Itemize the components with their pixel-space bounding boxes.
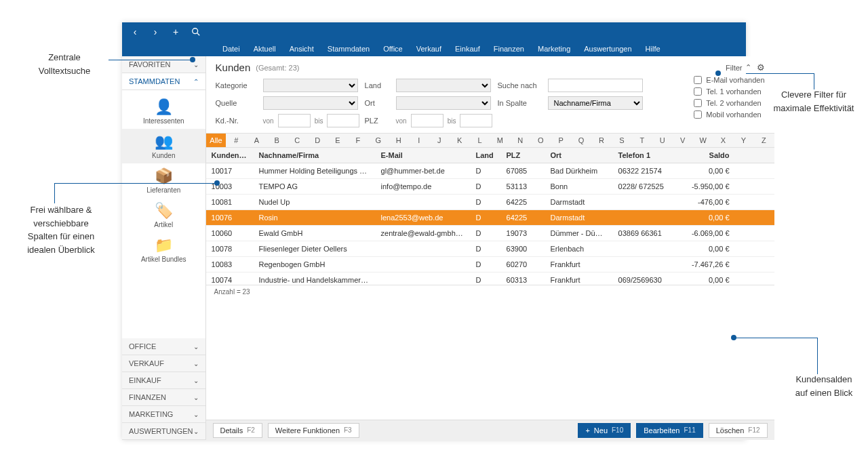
- chevron-up-icon: ⌃: [193, 78, 199, 85]
- sidebar-section-einkauf[interactable]: EINKAUF⌄: [122, 372, 205, 389]
- table-row[interactable]: 10081Nudel UpD64225Darmstadt-476,00 €: [206, 195, 774, 210]
- column-header[interactable]: Ort: [545, 148, 613, 163]
- sidebar-section-marketing[interactable]: MARKETING⌄: [122, 406, 205, 423]
- alpha-#[interactable]: #: [226, 134, 246, 147]
- menu-auswertungen[interactable]: Auswertungen: [584, 45, 631, 53]
- table-row[interactable]: 10003TEMPO AGinfo@tempo.deD53113Bonn0228…: [206, 179, 774, 195]
- search-input[interactable]: [548, 79, 643, 92]
- gear-icon[interactable]: ⚙: [757, 62, 765, 73]
- alpha-h[interactable]: H: [389, 134, 409, 147]
- alpha-k[interactable]: K: [450, 134, 470, 147]
- svg-point-0: [193, 28, 198, 34]
- alpha-z[interactable]: Z: [753, 134, 774, 147]
- check-e-mail-vorhanden[interactable]: E-Mail vorhanden: [694, 76, 764, 84]
- forward-button[interactable]: ›: [148, 24, 163, 39]
- column-header[interactable]: Nachname/Firma: [254, 148, 376, 163]
- delete-button[interactable]: LöschenF12: [709, 423, 768, 438]
- menu-stammdaten[interactable]: Stammdaten: [328, 45, 370, 53]
- menu-datei[interactable]: Datei: [222, 45, 240, 53]
- column-header[interactable]: Kunden-Nr.: [206, 148, 254, 163]
- inspalte-select[interactable]: Nachname/Firma: [548, 96, 643, 110]
- filter-toggle[interactable]: Filter ⌃: [726, 63, 751, 72]
- edit-button[interactable]: BearbeitenF11: [636, 423, 703, 438]
- menu-finanzen[interactable]: Finanzen: [494, 45, 524, 53]
- land-select[interactable]: [396, 79, 491, 92]
- sidebar-section-finanzen[interactable]: FINANZEN⌄: [122, 389, 205, 406]
- back-button[interactable]: ‹: [127, 24, 142, 39]
- column-header[interactable]: Land: [471, 148, 501, 163]
- sidebar-section-favoriten[interactable]: FAVORITEN ⌄: [122, 56, 205, 73]
- alpha-d[interactable]: D: [307, 134, 328, 147]
- menu-aktuell[interactable]: Aktuell: [254, 45, 276, 53]
- alpha-j[interactable]: J: [429, 134, 450, 147]
- alpha-m[interactable]: M: [490, 134, 510, 147]
- more-functions-button[interactable]: Weitere FunktionenF3: [268, 423, 359, 438]
- alpha-n[interactable]: N: [510, 134, 530, 147]
- alpha-v[interactable]: V: [673, 134, 693, 147]
- sidebar-section-stammdaten[interactable]: STAMMDATEN ⌃: [122, 73, 205, 90]
- table-row[interactable]: 10076Rosinlena2553@web.deD64225Darmstadt…: [206, 210, 774, 226]
- alpha-p[interactable]: P: [551, 134, 571, 147]
- search-button[interactable]: [189, 24, 203, 39]
- column-header[interactable]: PLZ: [501, 148, 545, 163]
- plz-von-input[interactable]: [411, 114, 443, 127]
- alpha-q[interactable]: Q: [571, 134, 591, 147]
- sidebar-section-auswertungen[interactable]: AUSWERTUNGEN⌄: [122, 423, 205, 440]
- table-row[interactable]: 10017Hummer Holding Beteiligungs GmbH …g…: [206, 163, 774, 179]
- table-row[interactable]: 10078Fliesenleger Dieter OellersD63900Er…: [206, 241, 774, 257]
- alpha-w[interactable]: W: [693, 134, 713, 147]
- alpha-g[interactable]: G: [368, 134, 389, 147]
- alpha-l[interactable]: L: [470, 134, 490, 147]
- column-header[interactable]: E-Mail: [376, 148, 471, 163]
- alpha-y[interactable]: Y: [734, 134, 754, 147]
- new-button[interactable]: +NeuF10: [578, 423, 631, 438]
- alpha-o[interactable]: O: [530, 134, 551, 147]
- menu-verkauf[interactable]: Verkauf: [416, 45, 441, 53]
- add-button[interactable]: +: [168, 24, 183, 39]
- sidebar-item-interessenten[interactable]: 👤Interessenten: [122, 94, 205, 129]
- alpha-f[interactable]: F: [348, 134, 368, 147]
- kdnr-bis-input[interactable]: [327, 114, 359, 127]
- sidebar-item-artikel bundles[interactable]: 📁Artikel Bundles: [122, 233, 205, 267]
- menu-hilfe[interactable]: Hilfe: [646, 45, 660, 53]
- sidebar-item-lieferanten[interactable]: 📦Lieferanten: [122, 163, 205, 198]
- table-row[interactable]: 10060Ewald GmbHzentrale@ewald-gmbh.deD19…: [206, 226, 774, 241]
- alpha-alle[interactable]: Alle: [206, 134, 226, 147]
- check-mobil-vorhanden[interactable]: Mobil vorhanden: [694, 110, 764, 119]
- kdnr-von-input[interactable]: [278, 114, 311, 127]
- menu-office[interactable]: Office: [383, 45, 403, 53]
- chevron-down-icon: ⌄: [193, 377, 199, 384]
- column-header[interactable]: Saldo: [681, 148, 735, 163]
- menu-marketing[interactable]: Marketing: [538, 45, 570, 53]
- alpha-c[interactable]: C: [287, 134, 307, 147]
- details-button[interactable]: DetailsF2: [213, 423, 262, 438]
- sidebar-section-office[interactable]: OFFICE⌄: [122, 338, 205, 355]
- alpha-s[interactable]: S: [612, 134, 632, 147]
- alpha-t[interactable]: T: [632, 134, 652, 147]
- alpha-e[interactable]: E: [328, 134, 348, 147]
- table-row[interactable]: 10083Regenbogen GmbHD60270Frankfurt-7.46…: [206, 257, 774, 273]
- sidebar-section-verkauf[interactable]: VERKAUF⌄: [122, 355, 205, 372]
- column-header[interactable]: Telefon 1: [613, 148, 681, 163]
- person-blue-icon: 👤: [153, 98, 174, 116]
- sidebar-item-artikel[interactable]: 🏷️Artikel: [122, 198, 205, 233]
- alpha-x[interactable]: X: [713, 134, 734, 147]
- check-tel-1-vorhanden[interactable]: Tel. 1 vorhanden: [694, 87, 764, 96]
- check-tel-2-vorhanden[interactable]: Tel. 2 vorhanden: [694, 99, 764, 107]
- alpha-u[interactable]: U: [652, 134, 673, 147]
- alpha-a[interactable]: A: [246, 134, 267, 147]
- annotation-search: ZentraleVolltextsuche: [20, 51, 108, 77]
- sidebar-item-kunden[interactable]: 👥Kunden: [122, 129, 205, 163]
- plz-bis-input[interactable]: [460, 114, 492, 127]
- menu-einkauf[interactable]: Einkauf: [455, 45, 480, 53]
- alpha-b[interactable]: B: [267, 134, 287, 147]
- kategorie-select[interactable]: [263, 79, 358, 92]
- table-body: 10017Hummer Holding Beteiligungs GmbH …g…: [206, 163, 774, 285]
- quelle-select[interactable]: [263, 96, 358, 110]
- ort-select[interactable]: [396, 96, 491, 110]
- annotation-filter: Clevere Filter fürmaximale Effektivität: [766, 88, 861, 115]
- alpha-i[interactable]: I: [409, 134, 429, 147]
- alpha-r[interactable]: R: [591, 134, 612, 147]
- table-row[interactable]: 10074Industrie- und Handelskammer Frankf…: [206, 273, 774, 285]
- menu-ansicht[interactable]: Ansicht: [290, 45, 314, 53]
